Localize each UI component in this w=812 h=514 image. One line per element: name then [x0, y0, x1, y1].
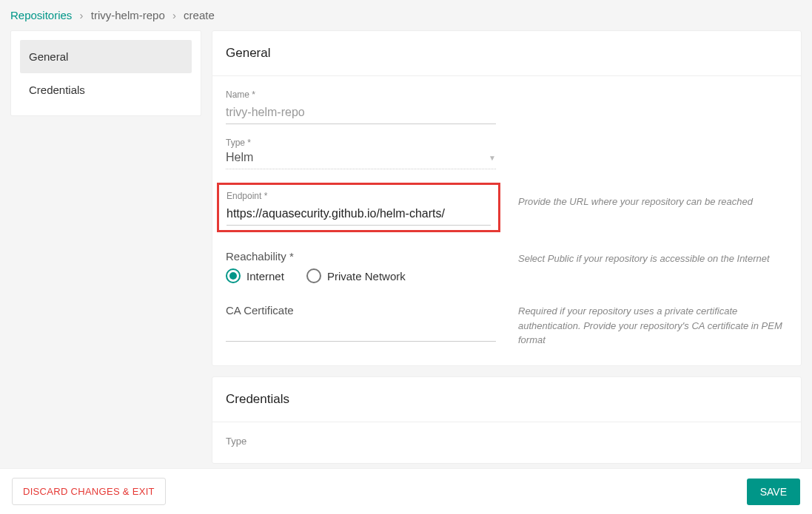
breadcrumb-separator: › [172, 9, 176, 21]
credentials-card-title: Credentials [212, 377, 801, 422]
radio-icon [226, 268, 241, 283]
radio-internet-label: Internet [246, 270, 284, 283]
sidebar: General Credentials [10, 30, 201, 116]
reachability-label: Reachability * [226, 250, 496, 263]
endpoint-highlight: Endpoint * [217, 183, 500, 232]
main-content: General Name * Type * Helm ▼ [212, 30, 802, 467]
type-value: Helm [226, 151, 489, 164]
breadcrumb: Repositories › trivy-helm-repo › create [0, 0, 812, 30]
radio-internet[interactable]: Internet [226, 268, 284, 283]
sidebar-item-label: Credentials [29, 84, 85, 96]
radio-icon [306, 268, 321, 283]
discard-button[interactable]: DISCARD CHANGES & EXIT [12, 478, 166, 505]
sidebar-item-credentials[interactable]: Credentials [20, 73, 192, 106]
general-card-title: General [212, 31, 801, 76]
sidebar-item-label: General [29, 50, 68, 63]
type-select[interactable]: Helm ▼ [226, 151, 496, 169]
endpoint-input[interactable] [227, 204, 491, 226]
endpoint-hint: Provide the URL where your repository ca… [518, 183, 753, 232]
sidebar-item-general[interactable]: General [20, 40, 192, 73]
save-button[interactable]: SAVE [747, 479, 800, 505]
credentials-card: Credentials Type [212, 376, 802, 464]
ca-certificate-hint: Required if your repository uses a priva… [518, 304, 788, 348]
type-label: Type * [226, 138, 496, 148]
radio-private-label: Private Network [327, 270, 406, 283]
name-input[interactable] [226, 103, 496, 124]
general-card: General Name * Type * Helm ▼ [212, 30, 802, 366]
ca-certificate-label: CA Certificate [226, 304, 496, 317]
breadcrumb-root[interactable]: Repositories [10, 9, 72, 21]
breadcrumb-separator: › [80, 9, 84, 21]
breadcrumb-item-2: create [184, 9, 215, 21]
endpoint-label: Endpoint * [227, 191, 491, 201]
chevron-down-icon: ▼ [489, 154, 496, 162]
name-label: Name * [226, 89, 496, 100]
footer-bar: DISCARD CHANGES & EXIT SAVE [0, 468, 812, 514]
radio-private-network[interactable]: Private Network [306, 268, 406, 283]
credentials-type-label: Type [226, 436, 496, 447]
ca-certificate-input[interactable] [226, 324, 496, 342]
breadcrumb-item-1[interactable]: trivy-helm-repo [91, 9, 165, 21]
reachability-hint: Select Public if your repository is acce… [518, 250, 770, 283]
